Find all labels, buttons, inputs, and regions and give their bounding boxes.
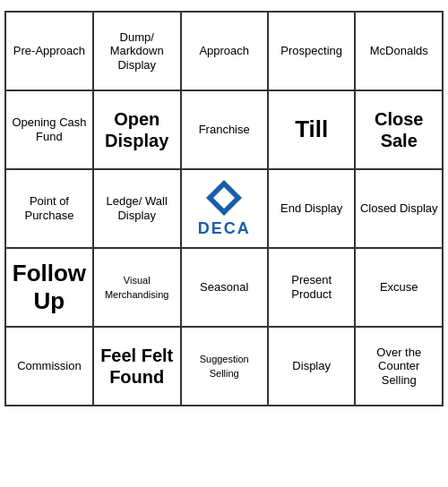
bingo-cell: McDonalds <box>355 12 443 90</box>
cell-text: Closed Display <box>360 201 438 215</box>
bingo-cell: Till <box>268 90 356 169</box>
bingo-cell: Ledge/ Wall Display <box>93 169 181 248</box>
bingo-cell: Franchise <box>181 90 268 169</box>
cell-text: Display <box>292 359 331 372</box>
bingo-cell: Visual Merchandising <box>93 248 181 327</box>
cell-text: Visual Merchandising <box>105 275 169 300</box>
page-title <box>0 0 448 11</box>
bingo-cell: Prospecting <box>268 12 356 90</box>
cell-text: Opening Cash Fund <box>12 115 86 143</box>
cell-text: Suggestion Selling <box>200 354 249 379</box>
bingo-cell: Commission <box>5 327 93 406</box>
bingo-cell: Close Sale <box>355 90 443 169</box>
bingo-cell: Open Display <box>93 90 181 169</box>
cell-text: Commission <box>17 359 82 372</box>
cell-text: Excuse <box>380 280 418 294</box>
cell-text: Seasonal <box>200 280 248 294</box>
bingo-cell: Display <box>268 327 356 406</box>
bingo-cell: Point of Purchase <box>5 169 93 248</box>
bingo-cell: Over the Counter Selling <box>355 327 443 406</box>
cell-text: Prospecting <box>280 44 342 57</box>
cell-text: Open Display <box>105 109 168 150</box>
cell-text: McDonalds <box>370 44 428 57</box>
cell-text: Franchise <box>199 123 250 136</box>
bingo-cell: Dump/ Markdown Display <box>93 12 181 90</box>
cell-text: Ledge/ Wall Display <box>107 194 168 222</box>
bingo-cell: Seasonal <box>181 248 268 327</box>
bingo-cell: Closed Display <box>355 169 443 248</box>
bingo-cell: Opening Cash Fund <box>5 90 93 169</box>
cell-text: Follow Up <box>13 260 86 314</box>
cell-text: Present Product <box>291 273 332 301</box>
bingo-cell: Feel Felt Found <box>93 327 181 406</box>
bingo-cell: Excuse <box>355 248 443 327</box>
bingo-cell: Follow Up <box>5 248 93 327</box>
bingo-cell: DECA <box>181 169 268 248</box>
cell-text: Dump/ Markdown Display <box>110 30 164 72</box>
bingo-cell: End Display <box>268 169 356 248</box>
bingo-cell: Suggestion Selling <box>181 327 268 406</box>
cell-text: Point of Purchase <box>24 194 73 222</box>
cell-text: Over the Counter Selling <box>376 346 421 387</box>
deca-text: DECA <box>198 219 251 239</box>
deca-logo: DECA <box>198 178 251 239</box>
cell-text: Close Sale <box>375 109 423 150</box>
cell-text: Till <box>295 115 328 142</box>
cell-text: Approach <box>199 44 249 57</box>
cell-text: Pre-Approach <box>13 44 85 57</box>
cell-text: Feel Felt Found <box>100 346 173 387</box>
bingo-grid: Pre-ApproachDump/ Markdown DisplayApproa… <box>4 11 444 406</box>
cell-text: End Display <box>280 201 342 215</box>
bingo-cell: Present Product <box>268 248 356 327</box>
bingo-cell: Approach <box>181 12 268 90</box>
bingo-cell: Pre-Approach <box>5 12 93 90</box>
